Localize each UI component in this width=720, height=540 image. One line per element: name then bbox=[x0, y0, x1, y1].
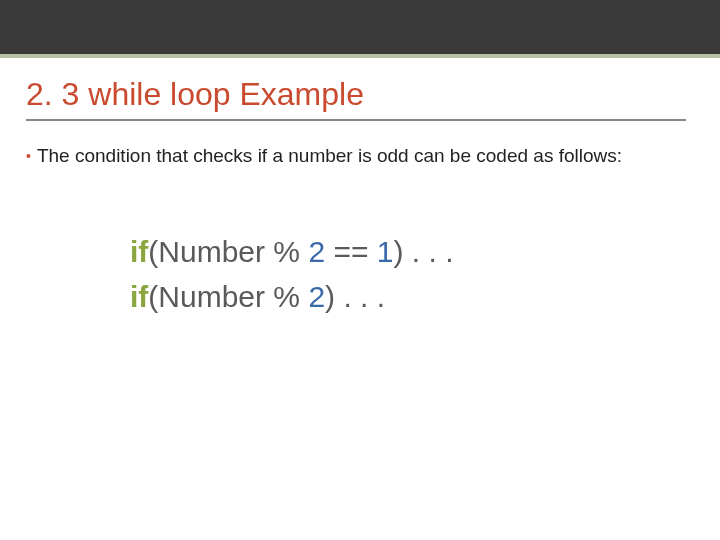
number-2: 2 bbox=[308, 235, 325, 268]
eq-text: == bbox=[325, 235, 377, 268]
dots: . . . bbox=[403, 235, 453, 268]
open-paren: ( bbox=[148, 235, 158, 268]
expr-text: Number % bbox=[158, 235, 308, 268]
open-paren: ( bbox=[148, 280, 158, 313]
bullet-text: The condition that checks if a number is… bbox=[37, 143, 622, 169]
close-paren: ) bbox=[325, 280, 335, 313]
keyword-if: if bbox=[130, 280, 148, 313]
number-2: 2 bbox=[308, 280, 325, 313]
code-line-2: if(Number % 2) . . . bbox=[130, 274, 720, 319]
code-line-1: if(Number % 2 == 1) . . . bbox=[130, 229, 720, 274]
slide-top-bar bbox=[0, 0, 720, 58]
close-paren: ) bbox=[393, 235, 403, 268]
bullet-item: • The condition that checks if a number … bbox=[26, 143, 720, 169]
slide-title: 2. 3 while loop Example bbox=[26, 76, 686, 121]
code-block: if(Number % 2 == 1) . . . if(Number % 2)… bbox=[130, 229, 720, 319]
keyword-if: if bbox=[130, 235, 148, 268]
dots: . . . bbox=[335, 280, 385, 313]
number-1: 1 bbox=[377, 235, 394, 268]
bullet-dot-icon: • bbox=[26, 147, 31, 166]
expr-text: Number % bbox=[158, 280, 308, 313]
